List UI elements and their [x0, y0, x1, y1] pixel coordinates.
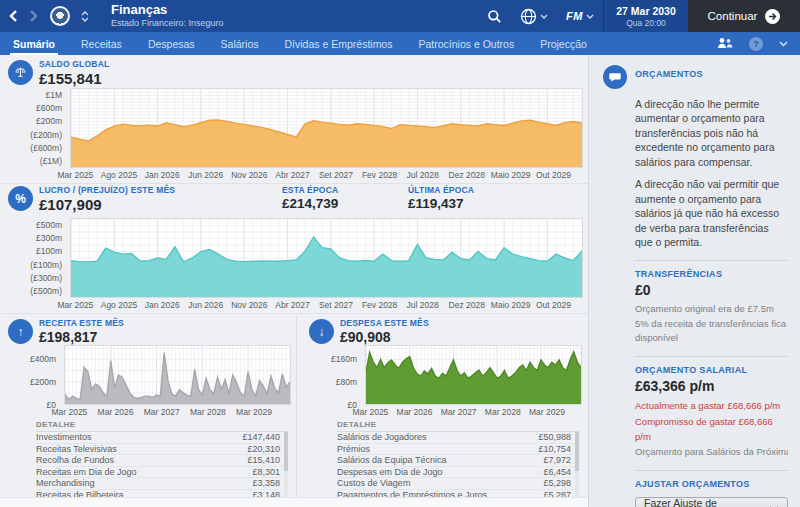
fm-logo: FM — [566, 10, 583, 22]
ultima-epoca-value: £119,437 — [408, 197, 474, 211]
percent-icon: % — [8, 186, 33, 211]
lucro-chart-y-axis: £500m£300m£100m(£100m)(£300m)(£500m) — [0, 218, 70, 298]
top-bar: Finanças Estado Financeiro: Inseguro FM … — [0, 0, 800, 32]
saldo-global-label: SALDO GLOBAL — [39, 60, 276, 69]
tab-projeccao[interactable]: Projecção — [527, 32, 600, 55]
continue-arrow-icon — [765, 9, 780, 24]
sidebar-title: ORÇAMENTOS — [635, 69, 703, 79]
balance-scales-icon — [8, 60, 33, 85]
saldo-global-stat: SALDO GLOBAL £155,841 — [39, 60, 276, 87]
saldo-chart-plot[interactable] — [70, 88, 583, 168]
fm-menu[interactable]: FM — [557, 0, 603, 32]
squad-icon[interactable] — [717, 37, 733, 50]
lucro-mes-label: LUCRO / (PREJUÍZO) ESTE MÊS — [39, 186, 276, 195]
time-text: Qua 20:00 — [604, 18, 688, 28]
receita-detail-table: DETALHE Investimentos£147,440 Receitas T… — [36, 420, 288, 501]
club-badge-icon[interactable] — [50, 6, 70, 26]
despesa-label: DESPESA ESTE MÊS — [340, 319, 429, 328]
transfers-note: 5% da receita de transferências fica dis… — [635, 317, 788, 346]
continue-button[interactable]: Continuar — [688, 0, 800, 32]
receita-panel: ↑ RECEITA ESTE MÊS £198,817 £400m£200m£0… — [0, 316, 296, 501]
world-menu[interactable] — [511, 0, 557, 32]
wage-warning: Actualmente a gastar £68,666 p/m — [635, 398, 788, 414]
forward-icon[interactable] — [28, 9, 39, 23]
receita-chart: £400m£200m£0 — [0, 345, 296, 405]
lucro-chart: £500m£300m£100m(£100m)(£300m)(£500m) — [0, 218, 588, 298]
world-icon — [520, 8, 537, 25]
chevron-down-icon — [586, 14, 594, 19]
back-icon[interactable] — [8, 9, 19, 23]
despesa-chart: £160m£80m£0 — [301, 345, 587, 405]
table-row[interactable]: Recolha de Fundos£15,410 — [36, 455, 288, 467]
ultima-epoca-label: ÚLTIMA ÉPOCA — [408, 186, 474, 195]
lucro-chart-x-axis: Mar 2025Ago 2025Jan 2026Jun 2026Nov 2026… — [70, 298, 583, 311]
page-title: Finanças — [111, 3, 224, 18]
lucro-chart-plot[interactable] — [70, 218, 583, 298]
receita-chart-plot[interactable] — [64, 345, 291, 405]
history-nav — [0, 6, 103, 26]
tab-despesas[interactable]: Despesas — [135, 32, 208, 55]
despesa-chart-plot[interactable] — [365, 345, 582, 405]
lucro-mes-stat: LUCRO / (PREJUÍZO) ESTE MÊS £107,909 — [39, 186, 276, 213]
bottom-strip — [0, 497, 588, 507]
receita-chart-x-axis: Mar 2025Mar 2026Mar 2027Mar 2028Mar 2029 — [64, 405, 291, 417]
chevron-down-icon — [540, 14, 548, 19]
receita-chart-y-axis: £400m£200m£0 — [0, 345, 64, 405]
table-row[interactable]: Salários de Jogadores£50,988 — [337, 432, 579, 444]
help-icon[interactable]: ? — [749, 37, 763, 51]
arrow-up-icon: ↑ — [8, 319, 33, 344]
esta-epoca-stat: ESTA ÉPOCA £214,739 — [282, 186, 402, 211]
table-scrollbar[interactable] — [284, 432, 288, 500]
budgets-sidebar: ORÇAMENTOS A direcção não lhe permite au… — [588, 55, 800, 507]
tab-sumario[interactable]: Sumário — [0, 32, 68, 55]
budget-adjust-dropdown[interactable]: Fazer Ajuste de Orçamento — [635, 497, 788, 507]
despesa-panel: ↓ DESPESA ESTE MÊS £90,908 £160m£80m£0 M… — [296, 316, 587, 501]
saldo-chart-x-axis: Mar 2025Ago 2025Jan 2026Jun 2026Nov 2026… — [70, 168, 583, 181]
search-icon — [487, 9, 502, 24]
speech-bubble-icon — [603, 65, 627, 89]
esta-epoca-value: £214,739 — [282, 197, 402, 211]
table-row[interactable]: Investimentos£147,440 — [36, 432, 288, 444]
despesa-value: £90,908 — [340, 330, 429, 345]
table-row[interactable]: Custos de Viagem£5,298 — [337, 478, 579, 490]
wage-note: Orçamento para Salários da Próxima Época… — [635, 445, 788, 460]
table-scrollbar[interactable] — [575, 432, 579, 500]
chevron-down-icon[interactable] — [779, 41, 788, 47]
wage-warning: Compromisso de gastar £68,666 p/m — [635, 414, 788, 445]
table-row[interactable]: Prémios£10,754 — [337, 444, 579, 456]
finance-summary-panel: SALDO GLOBAL £155,841 £1M£600m£200m(£200… — [0, 55, 588, 507]
arrow-down-icon: ↓ — [309, 319, 334, 344]
receita-value: £198,817 — [39, 330, 124, 345]
table-row[interactable]: Merchandising£3,358 — [36, 478, 288, 490]
wage-budget-value: £63,366 p/m — [635, 378, 788, 394]
saldo-chart-y-axis: £1M£600m£200m(£200m)(£600m)(£1M) — [0, 88, 70, 168]
section-tabs: Sumário Receitas Despesas Salários Dívid… — [0, 32, 800, 55]
saldo-global-value: £155,841 — [39, 71, 276, 87]
budget-advice-paragraph: A direcção não lhe permite aumentar o or… — [635, 97, 788, 169]
search-button[interactable] — [478, 0, 511, 32]
receita-detail-header: DETALHE — [36, 420, 288, 432]
transfers-note: Orçamento original era de £7.5m — [635, 302, 788, 317]
game-date: 27 Mar 2030 Qua 20:00 — [603, 0, 688, 32]
lucro-mes-value: £107,909 — [39, 197, 276, 213]
despesa-chart-x-axis: Mar 2025Mar 2026Mar 2027Mar 2028Mar 2029 — [365, 405, 582, 417]
despesa-detail-table: DETALHE Salários de Jogadores£50,988 Pré… — [337, 420, 579, 501]
tab-patrocinios[interactable]: Patrocínios e Outros — [405, 32, 527, 55]
tab-receitas[interactable]: Receitas — [68, 32, 135, 55]
collapse-chevrons-icon[interactable] — [81, 11, 89, 22]
transfers-label: TRANSFERÊNCIAS — [635, 269, 788, 279]
table-row[interactable]: Receitas em Dia de Jogo£8,301 — [36, 467, 288, 479]
table-row[interactable]: Salários da Equipa Técnica£7,972 — [337, 455, 579, 467]
table-row[interactable]: Despesas em Dia de Jogo£6,454 — [337, 467, 579, 479]
despesa-chart-y-axis: £160m£80m£0 — [301, 345, 365, 405]
adjust-budgets-label: AJUSTAR ORÇAMENTOS — [635, 479, 788, 489]
tab-salarios[interactable]: Salários — [208, 32, 272, 55]
table-row[interactable]: Receitas Televisivas£20,310 — [36, 444, 288, 456]
budget-advice-paragraph: A direcção não vai permitir que aumente … — [635, 177, 788, 249]
despesa-stat: DESPESA ESTE MÊS £90,908 — [340, 319, 429, 345]
date-text: 27 Mar 2030 — [604, 5, 688, 17]
continue-label: Continuar — [708, 10, 758, 22]
tab-dividas[interactable]: Dívidas e Empréstimos — [272, 32, 406, 55]
esta-epoca-label: ESTA ÉPOCA — [282, 186, 402, 195]
page-header: Finanças Estado Financeiro: Inseguro — [111, 3, 224, 28]
